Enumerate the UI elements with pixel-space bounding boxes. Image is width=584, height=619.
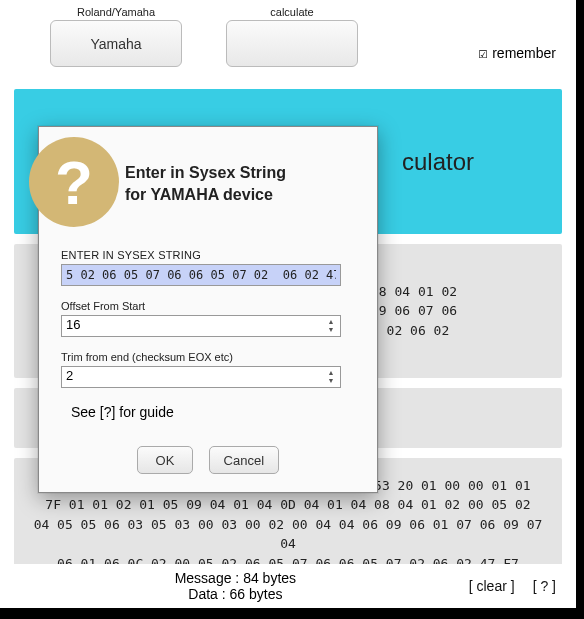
message-bytes: Message : 84 bytes: [20, 570, 451, 586]
ok-button[interactable]: OK: [137, 446, 193, 474]
sysex-dialog: ? Enter in Sysex String for YAMAHA devic…: [38, 126, 378, 493]
stepper-icon: ▲▼: [324, 317, 338, 335]
calculate-button[interactable]: [226, 20, 358, 67]
sysex-input-label: ENTER IN SYSEX STRING: [61, 249, 355, 261]
stepper-icon: ▲▼: [324, 368, 338, 386]
trim-label: Trim from end (checksum EOX etc): [61, 351, 355, 363]
question-icon: ?: [29, 137, 119, 227]
help-link[interactable]: [ ? ]: [533, 578, 556, 594]
remember-checkbox[interactable]: ☑: [478, 44, 487, 62]
brand-selector-label: Roland/Yamaha: [50, 6, 182, 18]
cancel-button[interactable]: Cancel: [209, 446, 279, 474]
clear-link[interactable]: [ clear ]: [469, 578, 515, 594]
offset-label: Offset From Start: [61, 300, 355, 312]
brand-selector-button[interactable]: Yamaha: [50, 20, 182, 67]
dialog-title: Enter in Sysex String for YAMAHA device: [125, 162, 286, 205]
offset-stepper[interactable]: 16 ▲▼: [61, 315, 341, 337]
data-bytes: Data : 66 bytes: [20, 586, 451, 602]
remember-label: remember: [492, 45, 556, 61]
guide-text: See [?] for guide: [71, 404, 355, 420]
sysex-input[interactable]: [61, 264, 341, 286]
trim-stepper[interactable]: 2 ▲▼: [61, 366, 341, 388]
calculate-label: calculate: [226, 6, 358, 18]
page-title-fragment: culator: [402, 148, 474, 176]
